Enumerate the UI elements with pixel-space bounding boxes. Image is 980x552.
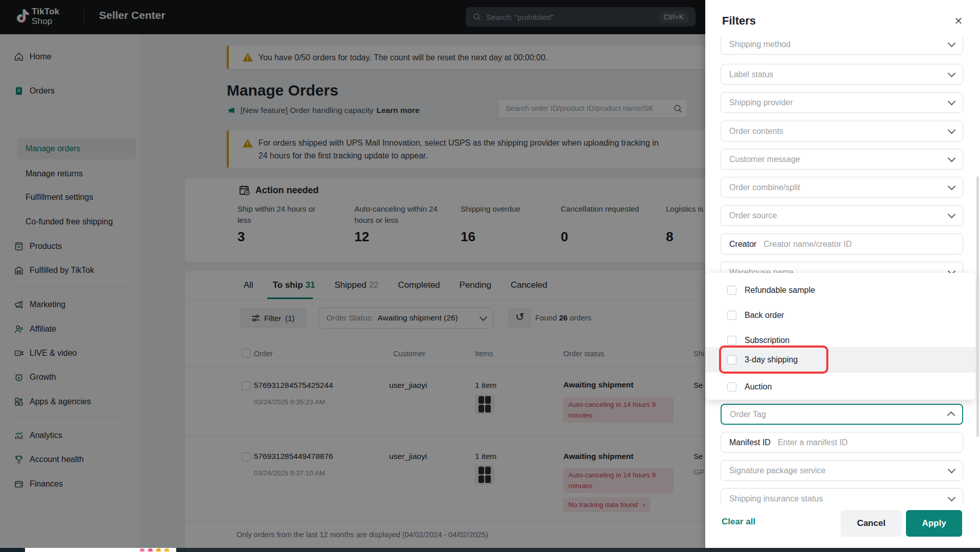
filter-shipping-provider[interactable]: Shipping provider xyxy=(721,92,963,113)
filter-order-combine-split[interactable]: Order combine/split xyxy=(721,177,963,198)
option-refundable-sample[interactable]: Refundable sample xyxy=(705,278,975,303)
filters-title: Filters xyxy=(722,14,756,28)
cancel-button[interactable]: Cancel xyxy=(841,510,902,537)
clear-all-button[interactable]: Clear all xyxy=(722,517,755,527)
chevron-down-icon xyxy=(948,98,956,106)
filter-label-status[interactable]: Label status xyxy=(721,64,963,85)
filter-signature-package[interactable]: Signature package service xyxy=(721,460,963,481)
filter-order-contents[interactable]: Order contents xyxy=(721,121,963,142)
filter-shipping-method[interactable]: Shipping method xyxy=(721,34,963,55)
checkbox[interactable] xyxy=(727,311,736,320)
filter-manifest-id-input[interactable]: Manifest ID Enter a manifest ID xyxy=(721,432,963,453)
notification-window-edge[interactable] xyxy=(25,548,176,552)
emoji-icon xyxy=(140,548,145,551)
chevron-down-icon xyxy=(948,126,956,134)
chevron-down-icon xyxy=(948,39,956,48)
emoji-icon xyxy=(156,548,161,551)
panel-footer: Clear all Cancel Apply xyxy=(705,503,980,552)
filter-order-source[interactable]: Order source xyxy=(721,205,963,226)
red-highlight-annotation xyxy=(719,346,828,374)
option-back-order[interactable]: Back order xyxy=(705,303,975,328)
checkbox[interactable] xyxy=(727,382,736,392)
order-tag-dropdown: Refundable sample Back order Subscriptio… xyxy=(705,273,975,400)
emoji-icon xyxy=(164,548,169,551)
checkbox[interactable] xyxy=(727,336,736,345)
chevron-up-icon xyxy=(947,411,955,420)
emoji-icon xyxy=(148,548,153,551)
panel-scrollbar[interactable] xyxy=(976,176,979,437)
chevron-down-icon xyxy=(948,466,956,474)
chevron-down-icon xyxy=(948,494,956,502)
seller-center-screen: TikTok Shop Seller Center Search: "prohi… xyxy=(0,0,980,552)
chevron-down-icon xyxy=(948,70,956,78)
taskbar-corner xyxy=(0,548,23,552)
chevron-down-icon xyxy=(948,154,956,163)
filter-order-tag[interactable]: Order Tag xyxy=(721,404,963,425)
close-icon[interactable]: ✕ xyxy=(953,15,964,27)
chevron-down-icon xyxy=(948,182,956,191)
filters-panel: Shipping method Filters ✕ Label status S… xyxy=(705,0,980,552)
filter-creator-input[interactable]: Creator Creator name/creator ID xyxy=(721,234,963,255)
option-auction[interactable]: Auction xyxy=(705,374,975,399)
filter-customer-message[interactable]: Customer message xyxy=(721,149,963,170)
apply-button[interactable]: Apply xyxy=(906,510,962,537)
dim-overlay xyxy=(0,0,705,552)
checkbox[interactable] xyxy=(727,286,736,295)
chevron-down-icon xyxy=(948,211,956,219)
